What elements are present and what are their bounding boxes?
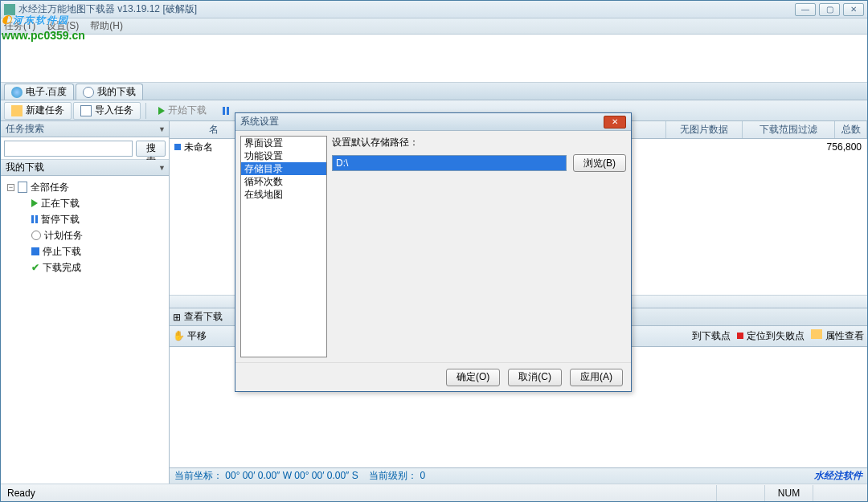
brand-label: 水经注软件 xyxy=(814,469,862,483)
path-label: 设置默认存储路径： xyxy=(332,136,626,149)
list-item-online[interactable]: 在线地图 xyxy=(241,188,326,201)
col-noimg[interactable]: 无图片数据 xyxy=(666,121,743,138)
tree-root[interactable]: −全部任务 xyxy=(4,179,166,195)
list-item-ui[interactable]: 界面设置 xyxy=(241,137,326,149)
cancel-button[interactable]: 取消(C) xyxy=(508,369,562,386)
collapse-icon[interactable]: − xyxy=(7,184,14,191)
dialog-right-pane: 设置默认存储路径： 浏览(B) xyxy=(332,136,626,357)
list-item-loop[interactable]: 循环次数 xyxy=(241,175,326,188)
tree-header: 我的下载▼ xyxy=(1,160,169,176)
apply-button[interactable]: 应用(A) xyxy=(570,369,623,386)
search-button[interactable]: 搜索 xyxy=(136,141,166,157)
play-icon xyxy=(31,199,38,207)
storage-path-input[interactable] xyxy=(332,155,567,171)
ok-button[interactable]: 确定(O) xyxy=(446,369,500,386)
cell-total: 756,800 xyxy=(821,141,867,153)
app-icon xyxy=(4,4,15,15)
tab-mydownloads[interactable]: 我的下载 xyxy=(76,84,143,100)
chevron-down-icon[interactable]: ▼ xyxy=(158,125,169,133)
browse-button[interactable]: 浏览(B) xyxy=(573,154,626,172)
status-num: NUM xyxy=(764,485,813,501)
folder-icon xyxy=(811,329,822,339)
new-icon xyxy=(11,105,23,116)
status-icon xyxy=(174,144,181,150)
list-item-func[interactable]: 功能设置 xyxy=(241,149,326,162)
play-icon xyxy=(158,107,165,115)
import-task-button[interactable]: 导入任务 xyxy=(73,102,141,120)
close-button[interactable]: ✕ xyxy=(843,3,864,16)
tree-stopped[interactable]: 停止下载 xyxy=(4,243,166,259)
minimize-button[interactable]: — xyxy=(795,3,816,16)
menu-settings[interactable]: 设置(S) xyxy=(47,19,79,33)
dialog-close-button[interactable] xyxy=(604,116,626,129)
statusbar: Ready NUM xyxy=(1,484,867,501)
col-filter[interactable]: 下载范围过滤 xyxy=(743,121,835,138)
dialog-title: 系统设置 xyxy=(240,115,279,129)
status-cell xyxy=(813,485,861,501)
search-row: 搜索 xyxy=(1,137,169,160)
settings-category-list[interactable]: 界面设置 功能设置 存储目录 循环次数 在线地图 xyxy=(240,136,327,357)
search-header: 任务搜索▼ xyxy=(1,121,169,137)
globe-icon xyxy=(11,87,23,98)
tab-baidu[interactable]: 电子.百度 xyxy=(4,84,74,100)
dialog-titlebar: 系统设置 xyxy=(235,113,631,131)
to-fail-point[interactable]: 定位到失败点 xyxy=(737,329,805,343)
pause-button[interactable] xyxy=(215,102,236,120)
tree-downloading[interactable]: 正在下载 xyxy=(4,195,166,211)
new-task-button[interactable]: 新建任务 xyxy=(4,102,72,120)
tabs-row: 电子.百度 我的下载 xyxy=(1,83,867,100)
list-item-storage[interactable]: 存储目录 xyxy=(241,162,326,175)
window-controls: — ▢ ✕ xyxy=(795,3,864,16)
pan-button[interactable]: ✋ 平移 xyxy=(173,329,207,343)
sidebar: 任务搜索▼ 搜索 我的下载▼ −全部任务 正在下载 暂停下载 计划任务 停止下载… xyxy=(1,121,170,484)
search-input[interactable] xyxy=(4,141,133,157)
chevron-down-icon[interactable]: ▼ xyxy=(158,164,169,172)
red-square-icon xyxy=(737,333,743,339)
tree-paused[interactable]: 暂停下载 xyxy=(4,211,166,227)
attr-view[interactable]: 属性查看 xyxy=(811,329,864,343)
pause-icon xyxy=(223,107,229,115)
separator xyxy=(145,103,146,119)
check-icon: ✔ xyxy=(31,262,39,273)
clock-icon xyxy=(31,231,41,240)
coord-bar: 当前坐标： 00° 00′ 0.00″ W 00° 00′ 0.00″ S 当前… xyxy=(170,467,867,484)
view-tab[interactable]: 查看下载 xyxy=(184,310,223,324)
status-cell xyxy=(716,485,764,501)
task-tree: −全部任务 正在下载 暂停下载 计划任务 停止下载 ✔下载完成 xyxy=(1,176,169,279)
grid-icon: ⊞ xyxy=(173,312,181,323)
folder-icon xyxy=(18,182,27,193)
col-total[interactable]: 总数 xyxy=(835,121,867,138)
menubar: 任务(T) 设置(S) 帮助(H) xyxy=(1,18,867,35)
menu-task[interactable]: 任务(T) xyxy=(4,19,35,33)
status-ready: Ready xyxy=(7,488,35,499)
dialog-footer: 确定(O) 取消(C) 应用(A) xyxy=(235,362,631,391)
banner-area xyxy=(1,35,867,83)
settings-dialog: 系统设置 界面设置 功能设置 存储目录 循环次数 在线地图 设置默认存储路径： … xyxy=(235,112,632,392)
menu-help[interactable]: 帮助(H) xyxy=(90,19,123,33)
to-download-point[interactable]: 到下载点 xyxy=(692,329,731,343)
coord-text: 当前坐标： 00° 00′ 0.00″ W 00° 00′ 0.00″ S 当前… xyxy=(174,469,425,483)
titlebar: 水经注万能地图下载器 v13.19.12 [破解版] — ▢ ✕ xyxy=(1,1,867,18)
import-icon xyxy=(80,105,92,116)
start-download-button[interactable]: 开始下载 xyxy=(151,102,214,120)
window-title: 水经注万能地图下载器 v13.19.12 [破解版] xyxy=(18,2,795,16)
stop-icon xyxy=(31,247,39,255)
pause-icon xyxy=(31,215,38,223)
maximize-button[interactable]: ▢ xyxy=(819,3,840,16)
tree-done[interactable]: ✔下载完成 xyxy=(4,259,166,275)
path-row: 浏览(B) xyxy=(332,154,626,172)
dialog-body: 界面设置 功能设置 存储目录 循环次数 在线地图 设置默认存储路径： 浏览(B) xyxy=(235,131,631,362)
tree-planned[interactable]: 计划任务 xyxy=(4,227,166,243)
doc-icon xyxy=(83,87,94,98)
